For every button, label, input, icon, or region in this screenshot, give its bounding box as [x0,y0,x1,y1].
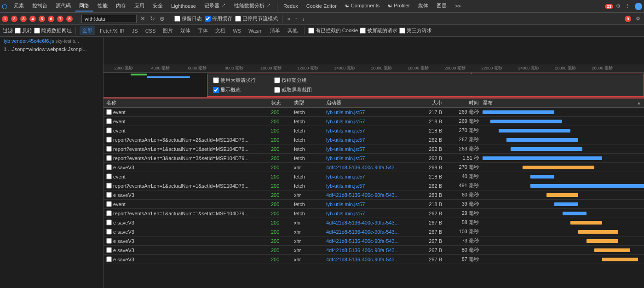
initiator-link-6[interactable]: 4df421d8-5136-400c-90fa-543... [326,165,399,170]
throttle-checkbox[interactable] [235,16,241,22]
header-time[interactable]: 时间 [444,99,481,106]
header-size[interactable]: 大小 [416,99,444,106]
tab-recorder[interactable]: 记录器 ↗ [201,1,230,12]
row-checkbox-12[interactable] [106,219,112,225]
table-row[interactable]: event 200 fetch lyb-utils.min.js:57 217 … [104,108,644,117]
capture-screenshots-label[interactable]: 截取屏幕截图 [274,86,312,93]
table-row[interactable]: e saveV3 200 xhr 4df421d8-5136-400c-90fa… [104,218,644,227]
invert-filter-label[interactable]: 反转 [15,27,32,34]
hide-data-url-checkbox[interactable] [34,28,40,34]
initiator-link-2[interactable]: lyb-utils.min.js:57 [326,128,365,133]
initiator-link-11[interactable]: lyb-utils.min.js:57 [326,211,365,216]
row-checkbox-10[interactable] [106,201,112,207]
tab-security[interactable]: 安全 [149,1,167,12]
row-checkbox-7[interactable] [106,173,112,179]
header-waterfall[interactable]: 瀑布 [481,99,637,106]
settings-icon[interactable]: ⚙ [614,2,622,10]
third-party-label[interactable]: 第三方请求 [399,27,432,34]
filter-fetch-xhr[interactable]: Fetch/XHR [97,27,127,35]
tab-application[interactable]: 应用 [131,1,148,12]
table-row[interactable]: report?eventsArrLen=1&actualNum=1&setId=… [104,144,644,154]
network-table[interactable]: 名称 状态 类型 启动器 大小 时间 瀑布 ▲ event 200 fetch … [104,98,644,288]
tab-console[interactable]: 控制台 [29,1,51,12]
table-row[interactable]: event 200 fetch lyb-utils.min.js:57 218 … [104,126,644,135]
table-row[interactable]: e saveV3 200 xhr 4df421d8-5136-400c-90fa… [104,163,644,172]
tab-elements[interactable]: 元素 [10,1,28,12]
third-party-checkbox[interactable] [399,28,405,34]
tab-cookie-editor[interactable]: Cookie Editor [303,2,340,11]
tab-components[interactable]: ☯ Components [341,1,383,11]
table-row[interactable]: event 200 fetch lyb-utils.min.js:57 218 … [104,200,644,209]
import-icon[interactable]: ↑ [294,15,299,23]
blocked-cookies-checkbox[interactable] [308,28,314,34]
large-rows-checkbox[interactable] [213,77,219,83]
row-checkbox-0[interactable] [106,109,112,115]
filter-ws[interactable]: WS [230,27,244,35]
table-row[interactable]: event 200 fetch lyb-utils.min.js:57 218 … [104,172,644,181]
initiator-link-14[interactable]: 4df421d8-5136-400c-90fa-543... [326,238,399,244]
row-checkbox-4[interactable] [106,146,112,152]
table-row[interactable]: report?eventsArrLen=1&actualNum=1&setId=… [104,181,644,190]
table-row[interactable]: e saveV3 200 xhr 4df421d8-5136-400c-90fa… [104,190,644,200]
table-row[interactable]: e saveV3 200 xhr 4df421d8-5136-400c-90fa… [104,255,644,264]
tab-profiler[interactable]: ☯ Profiler [384,1,414,11]
invert-checkbox[interactable] [15,28,21,34]
table-row[interactable]: e saveV3 200 xhr 4df421d8-5136-400c-90fa… [104,227,644,236]
filter-manifest[interactable]: 清单 [267,26,283,35]
capture-screenshots-checkbox[interactable] [274,87,280,93]
tab-layers[interactable]: 图层 [433,1,450,12]
row-checkbox-9[interactable] [106,192,112,198]
initiator-link-5[interactable]: lyb-utils.min.js:57 [326,156,365,161]
initiator-link-1[interactable]: lyb-utils.min.js:57 [326,119,365,124]
filter-font[interactable]: 字体 [195,26,211,35]
network-settings-icon[interactable]: ⚙ [634,15,642,23]
initiator-link-0[interactable]: lyb-utils.min.js:57 [326,109,365,115]
filter-all[interactable]: 全部 [80,26,95,35]
filter-icon[interactable]: ⊕ [159,14,166,23]
filter-media[interactable]: 媒体 [178,26,193,35]
table-row[interactable]: e saveV3 200 xhr 4df421d8-5136-400c-90fa… [104,246,644,255]
blocked-req-label[interactable]: 被屏蔽的请求 [360,27,397,34]
row-checkbox-5[interactable] [106,155,112,161]
disable-cache-checkbox[interactable] [205,16,211,22]
row-checkbox-16[interactable] [106,256,112,262]
initiator-link-16[interactable]: 4df421d8-5136-400c-90fa-543... [326,257,399,262]
export-icon[interactable]: ↓ [301,15,306,23]
header-status[interactable]: 状态 [269,99,292,106]
group-by-frame-label[interactable]: 按框架分组 [274,77,312,84]
header-initiator[interactable]: 启动器 [324,99,416,106]
table-row[interactable]: event 200 fetch lyb-utils.min.js:57 218 … [104,117,644,126]
refresh-icon[interactable]: ↻ [149,14,156,23]
hide-data-url-label[interactable]: 隐藏数据网址 [34,27,72,34]
filter-img[interactable]: 图片 [160,26,176,35]
tab-perf-insights[interactable]: 性能数据分析 ↗ [230,1,275,12]
show-overview-checkbox[interactable] [213,87,219,93]
row-checkbox-13[interactable] [106,229,112,235]
initiator-link-8[interactable]: lyb-utils.min.js:57 [326,183,365,189]
initiator-link-15[interactable]: 4df421d8-5136-400c-90fa-543... [326,248,399,253]
row-checkbox-15[interactable] [106,247,112,253]
user-avatar[interactable] [635,3,642,10]
tab-sources[interactable]: 源代码 [52,1,75,12]
header-name[interactable]: 名称 [104,99,269,106]
more-options-icon[interactable]: ⋮ [623,2,632,10]
table-row[interactable]: report?eventsArrLen=3&actualNum=2&setId=… [104,135,644,144]
tab-media[interactable]: 媒体 [414,1,432,12]
row-checkbox-14[interactable] [106,238,112,244]
tab-memory[interactable]: 内存 [112,1,130,12]
row-checkbox-11[interactable] [106,210,112,216]
tab-performance[interactable]: 性能 [94,1,111,12]
table-row[interactable]: report?eventsArrLen=1&actualNum=1&setId=… [104,209,644,218]
row-checkbox-2[interactable] [106,127,112,133]
initiator-link-3[interactable]: lyb-utils.min.js:57 [326,137,365,143]
table-row[interactable]: e saveV3 200 xhr 4df421d8-5136-400c-90fa… [104,236,644,246]
tab-more[interactable]: >> [451,2,465,11]
row-checkbox-8[interactable] [106,183,112,189]
row-checkbox-6[interactable] [106,164,112,170]
filter-wasm[interactable]: Wasm [246,27,265,35]
sidebar-item-jsonp[interactable]: 1 ...Jsonp=window.webpack.Jsonpl... [0,45,103,53]
tab-network[interactable]: 网络 [75,1,93,12]
filter-js[interactable]: JS [129,27,141,35]
row-checkbox-1[interactable] [106,118,112,124]
initiator-link-13[interactable]: 4df421d8-5136-400c-90fa-543... [326,229,399,235]
